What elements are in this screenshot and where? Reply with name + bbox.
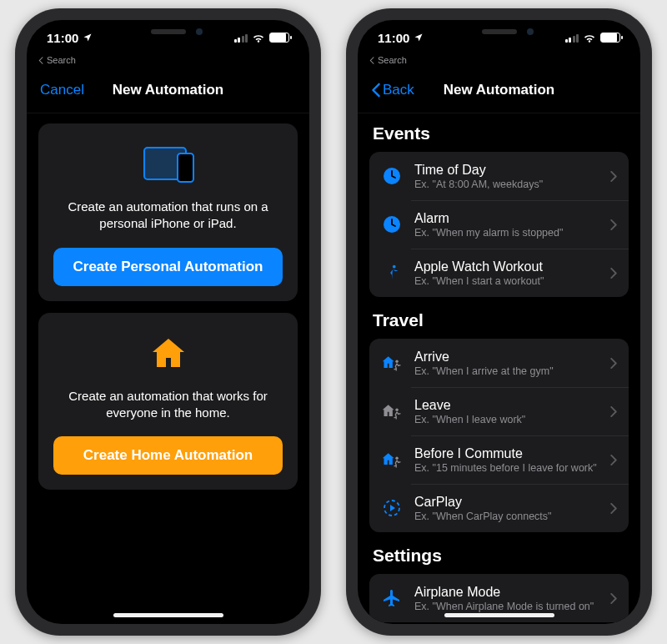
section-travel: Travel ArriveEx. "When I arrive at the g… [369, 310, 629, 532]
svg-point-4 [393, 265, 396, 269]
row-time-of-day[interactable]: Time of DayEx. "At 8:00 AM, weekdays" [369, 152, 629, 200]
personal-automation-card: Create an automation that runs on a pers… [38, 123, 298, 301]
row-title: CarPlay [414, 495, 600, 510]
chevron-right-icon [610, 219, 617, 230]
row-subtitle: Ex. "When CarPlay connects" [414, 511, 600, 522]
screen-left: 11:00 Search Cancel New Automation [27, 20, 309, 624]
row-subtitle: Ex. "When my alarm is stopped" [414, 227, 600, 239]
row-alarm[interactable]: AlarmEx. "When my alarm is stopped" [369, 200, 629, 249]
breadcrumb-back[interactable]: Search [369, 55, 407, 65]
row-title: Time of Day [414, 163, 600, 178]
wifi-icon [252, 33, 265, 43]
chevron-right-icon [610, 503, 617, 514]
home-indicator[interactable] [444, 613, 554, 617]
breadcrumb-back-label: Search [47, 55, 76, 65]
svg-point-6 [395, 409, 398, 411]
row-title: Apple Watch Workout [414, 259, 600, 274]
chevron-left-icon [371, 83, 381, 98]
nav-bar: Back New Automation [358, 67, 640, 113]
row-title: Before I Commute [414, 446, 600, 461]
phone-right: 11:00 Search Back New Automation Events [346, 8, 652, 636]
location-icon [83, 33, 93, 43]
chevron-right-icon [610, 358, 617, 369]
notch [98, 20, 239, 43]
create-personal-automation-button[interactable]: Create Personal Automation [53, 248, 283, 286]
carplay-icon [379, 496, 404, 521]
runner-icon [379, 260, 404, 285]
home-description: Create an automation that works for ever… [62, 388, 274, 422]
house-arrive-icon [379, 447, 404, 472]
page-title: New Automation [444, 82, 554, 98]
row-title: Airplane Mode [414, 585, 600, 600]
row-workout[interactable]: Apple Watch WorkoutEx. "When I start a w… [369, 249, 629, 297]
svg-point-7 [395, 457, 398, 460]
home-automation-card: Create an automation that works for ever… [38, 313, 298, 491]
house-arrive-icon [379, 350, 404, 375]
content-right[interactable]: Events Time of DayEx. "At 8:00 AM, weekd… [358, 113, 640, 624]
section-header-travel: Travel [373, 310, 625, 330]
screen-right: 11:00 Search Back New Automation Events [358, 20, 640, 624]
row-arrive[interactable]: ArriveEx. "When I arrive at the gym" [369, 339, 629, 387]
status-time: 11:00 [378, 31, 409, 45]
home-icon [53, 331, 283, 376]
battery-icon [269, 33, 289, 43]
home-indicator[interactable] [113, 613, 223, 617]
svg-point-5 [395, 360, 398, 363]
chevron-right-icon [610, 406, 617, 417]
row-subtitle: Ex. "When Airplane Mode is turned on" [414, 601, 600, 612]
devices-icon [53, 142, 283, 187]
personal-description: Create an automation that runs on a pers… [62, 199, 274, 233]
status-time: 11:00 [47, 31, 78, 45]
nav-bar: Cancel New Automation [27, 67, 309, 113]
clock-icon [379, 212, 404, 237]
travel-list: ArriveEx. "When I arrive at the gym" Lea… [369, 339, 629, 532]
section-header-events: Events [373, 123, 625, 143]
row-title: Alarm [414, 211, 600, 226]
row-carplay[interactable]: CarPlayEx. "When CarPlay connects" [369, 484, 629, 532]
wifi-icon [583, 33, 596, 43]
back-button[interactable]: Back [371, 82, 414, 98]
row-subtitle: Ex. "At 8:00 AM, weekdays" [414, 179, 600, 190]
row-commute[interactable]: Before I CommuteEx. "15 minutes before I… [369, 435, 629, 484]
events-list: Time of DayEx. "At 8:00 AM, weekdays" Al… [369, 152, 629, 297]
row-subtitle: Ex. "15 minutes before I leave for work" [414, 462, 600, 474]
section-events: Events Time of DayEx. "At 8:00 AM, weekd… [369, 123, 629, 297]
chevron-right-icon [610, 455, 617, 465]
chevron-right-icon [610, 268, 617, 279]
row-leave[interactable]: LeaveEx. "When I leave work" [369, 387, 629, 435]
chevron-right-icon [610, 593, 617, 604]
battery-icon [600, 33, 620, 43]
row-subtitle: Ex. "When I arrive at the gym" [414, 365, 600, 377]
row-title: Leave [414, 398, 600, 413]
phone-left: 11:00 Search Cancel New Automation [15, 8, 321, 636]
breadcrumb-back-label: Search [378, 55, 407, 65]
create-home-automation-button[interactable]: Create Home Automation [53, 436, 283, 475]
section-settings: Settings Airplane ModeEx. "When Airplane… [369, 546, 629, 622]
section-header-settings: Settings [373, 546, 625, 566]
notch [429, 20, 570, 43]
row-subtitle: Ex. "When I leave work" [414, 414, 600, 425]
svg-rect-1 [178, 153, 193, 182]
content-left: Create an automation that runs on a pers… [27, 113, 309, 624]
breadcrumb-back[interactable]: Search [38, 55, 76, 65]
cancel-button[interactable]: Cancel [40, 82, 84, 98]
house-leave-icon [379, 399, 404, 424]
page-title: New Automation [113, 82, 223, 98]
airplane-icon [379, 586, 404, 611]
clock-icon [379, 164, 404, 189]
location-icon [414, 33, 424, 43]
row-title: Arrive [414, 350, 600, 365]
chevron-right-icon [610, 171, 617, 182]
row-subtitle: Ex. "When I start a workout" [414, 275, 600, 287]
